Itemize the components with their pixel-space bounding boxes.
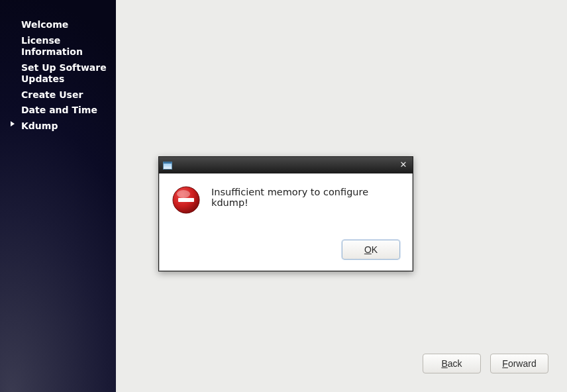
dialog-body: Insufficient memory to configure kdump! …	[159, 173, 413, 271]
dialog-actions: OK	[172, 240, 400, 260]
close-icon[interactable]: ✕	[398, 160, 409, 170]
sidebar-item-kdump[interactable]: Kdump	[9, 119, 109, 134]
sidebar-item-label: Set Up Software Updates	[21, 62, 107, 85]
sidebar-item-label: Kdump	[21, 121, 58, 131]
svg-point-1	[177, 190, 190, 198]
wizard-sidebar: Welcome License Information Set Up Softw…	[0, 0, 116, 392]
dialog-titlebar[interactable]: ✕	[159, 157, 413, 173]
error-dialog: ✕ Insufficient memory to	[158, 156, 413, 271]
dialog-content-row: Insufficient memory to configure kdump!	[172, 185, 400, 215]
error-icon	[172, 185, 201, 215]
mnemonic: B	[441, 358, 447, 369]
dialog-message: Insufficient memory to configure kdump!	[211, 185, 400, 208]
sidebar-item-label: Create User	[21, 89, 83, 100]
label-rest: orward	[508, 358, 537, 369]
sidebar-item-label: Welcome	[21, 19, 68, 30]
window-icon	[163, 162, 172, 170]
sidebar-item-label: Date and Time	[21, 105, 97, 115]
mnemonic: O	[364, 244, 372, 255]
current-step-marker	[11, 121, 15, 126]
sidebar-item-welcome[interactable]: Welcome	[9, 17, 109, 33]
sidebar-item-date-time[interactable]: Date and Time	[9, 103, 109, 119]
sidebar-item-updates[interactable]: Set Up Software Updates	[9, 60, 109, 87]
wizard-footer: Back Forward	[423, 354, 548, 373]
label-rest: K	[372, 244, 378, 255]
back-button[interactable]: Back	[423, 354, 481, 373]
svg-rect-2	[178, 198, 194, 202]
sidebar-item-label: License Information	[21, 35, 83, 58]
label-rest: ack	[448, 358, 462, 369]
sidebar-item-create-user[interactable]: Create User	[9, 87, 109, 103]
sidebar-item-license[interactable]: License Information	[9, 33, 109, 60]
mnemonic: F	[502, 358, 508, 369]
forward-button[interactable]: Forward	[490, 354, 548, 373]
ok-button[interactable]: OK	[342, 240, 400, 260]
